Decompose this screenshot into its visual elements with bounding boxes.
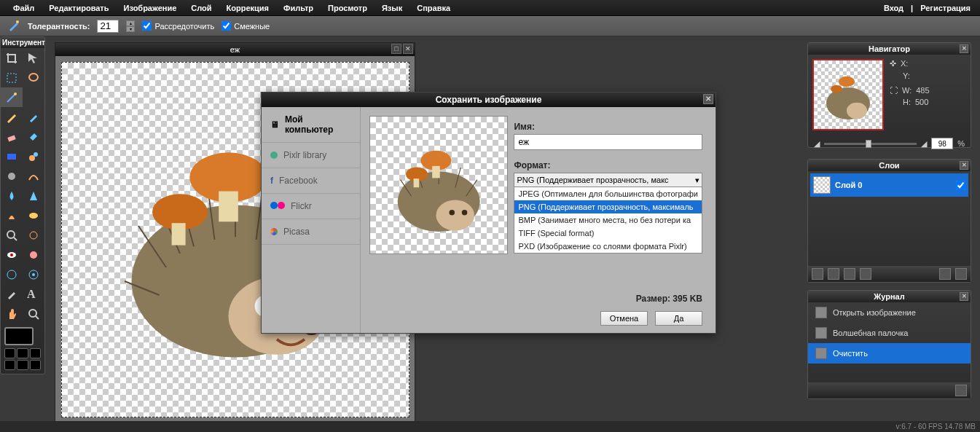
scatter-check[interactable]: Рассредоточить [142, 21, 214, 31]
hedgehog-image [819, 66, 877, 124]
eyedropper-tool-icon[interactable] [1, 284, 23, 304]
canvas-title[interactable]: еж □ ✕ [55, 43, 415, 56]
format-option-bmp[interactable]: BMP (Занимает много места, но без потери… [514, 213, 702, 227]
hand-tool-icon[interactable] [1, 304, 23, 323]
menu-layer[interactable]: Слой [184, 1, 219, 15]
clone-tool-icon[interactable] [23, 146, 44, 166]
navigator-thumbnail[interactable] [812, 59, 884, 130]
name-input[interactable] [514, 134, 702, 150]
eraser-tool-icon[interactable] [1, 127, 23, 146]
gradient-tool-icon[interactable] [1, 146, 23, 166]
scatter-checkbox[interactable] [142, 21, 152, 31]
menu-filter[interactable]: Фильтр [276, 1, 321, 15]
menu-adjust[interactable]: Коррекция [219, 1, 276, 15]
history-item-wand[interactable]: Волшебная палочка [808, 323, 971, 343]
maximize-icon[interactable]: □ [391, 44, 401, 54]
dest-my-computer[interactable]: 🖥Мой компьютер [262, 107, 360, 143]
brush-tool-icon[interactable] [23, 107, 44, 127]
marquee-tool-icon[interactable] [1, 68, 23, 87]
menu-image[interactable]: Изображение [117, 1, 184, 15]
dialog-titlebar[interactable]: Сохранить изображение ✕ [262, 93, 716, 107]
close-icon[interactable]: ✕ [403, 44, 413, 54]
adjacent-checkbox[interactable] [222, 21, 231, 31]
dest-picasa[interactable]: Picasa [262, 219, 360, 245]
menu-help[interactable]: Справка [409, 1, 458, 15]
history-item-open[interactable]: Открыть изображение [808, 302, 971, 323]
svg-point-2 [29, 74, 38, 81]
sponge-tool-icon[interactable] [23, 205, 44, 225]
swatch[interactable] [4, 348, 15, 358]
cancel-button[interactable]: Отмена [600, 311, 648, 326]
menubar-right: Вход | Регистрация [880, 1, 974, 15]
tolerance-stepper[interactable]: ▴▾ [126, 20, 135, 32]
lasso-tool-icon[interactable] [23, 68, 44, 87]
merge-down-icon[interactable] [860, 268, 871, 280]
redeye-tool-icon[interactable] [1, 245, 23, 264]
close-icon[interactable]: ✕ [960, 44, 968, 53]
format-option-tiff[interactable]: TIFF (Special format) [514, 227, 702, 240]
type-tool-icon[interactable]: A [23, 284, 44, 304]
close-icon[interactable]: ✕ [960, 292, 968, 301]
bloat-tool-icon[interactable] [1, 264, 23, 284]
spot-tool-icon[interactable] [23, 245, 44, 264]
zoom-out-icon[interactable]: ◢ [814, 139, 820, 149]
format-option-png[interactable]: PNG (Поддерживает прозрачность, максимал… [514, 200, 702, 213]
menu-edit[interactable]: Редактировать [42, 1, 116, 15]
register-link[interactable]: Регистрация [917, 1, 974, 15]
sharpen-tool-icon[interactable] [23, 186, 44, 205]
draw-tool-icon[interactable] [23, 166, 44, 186]
swatch[interactable] [4, 360, 15, 370]
zoom-in-icon[interactable]: ◢ [921, 139, 927, 149]
swatch[interactable] [30, 348, 41, 358]
slider-thumb[interactable] [866, 140, 871, 148]
smudge-tool-icon[interactable] [1, 205, 23, 225]
menu-file[interactable]: Файл [6, 1, 42, 15]
pencil-tool-icon[interactable] [1, 107, 23, 127]
history-item-clear[interactable]: Очистить [808, 343, 971, 364]
navigator-title[interactable]: Навигатор ✕ [808, 43, 971, 55]
format-dropdown: JPEG (Оптимален для большинства фотограф… [514, 186, 702, 254]
trash-icon[interactable] [955, 385, 967, 396]
dest-facebook[interactable]: fFacebook [262, 168, 360, 194]
adjacent-check[interactable]: Смежные [222, 21, 270, 31]
format-option-pxd[interactable]: PXD (Изображение со слоями формата Pixlr… [514, 240, 702, 253]
foreground-color[interactable] [4, 327, 34, 345]
move-tool-icon[interactable] [23, 48, 44, 68]
swatch[interactable] [17, 348, 28, 358]
menu-view[interactable]: Просмотр [321, 1, 375, 15]
close-icon[interactable]: ✕ [703, 94, 713, 104]
dodge-tool-icon[interactable] [23, 225, 44, 245]
replace-tool-icon[interactable] [1, 166, 23, 186]
zoom-input[interactable] [931, 138, 953, 149]
menu-lang[interactable]: Язык [375, 1, 409, 15]
mask-icon[interactable] [828, 268, 839, 280]
settings-icon[interactable] [939, 268, 951, 280]
magnify-tool-icon[interactable] [23, 304, 44, 323]
format-option-jpeg[interactable]: JPEG (Оптимален для большинства фотограф… [514, 187, 702, 200]
duplicate-icon[interactable] [844, 268, 855, 280]
layer-name[interactable]: Слой 0 [835, 181, 956, 189]
close-icon[interactable]: ✕ [960, 161, 968, 170]
tolerance-input[interactable] [97, 20, 119, 33]
login-link[interactable]: Вход [880, 1, 907, 15]
history-title[interactable]: Журнал ✕ [808, 291, 971, 302]
crop-tool-icon[interactable] [1, 48, 23, 68]
preview-column [361, 107, 510, 333]
ok-button[interactable]: Да [655, 311, 702, 326]
layers-title[interactable]: Слои ✕ [808, 160, 971, 171]
bucket-tool-icon[interactable] [23, 127, 44, 146]
dest-pixlr[interactable]: Pixlr library [262, 143, 360, 168]
trash-icon[interactable] [955, 268, 967, 280]
layer-row[interactable]: Слой 0 [810, 173, 968, 197]
blur-tool-icon[interactable] [1, 186, 23, 205]
wand-tool-icon[interactable] [1, 87, 23, 107]
pinch-tool-icon[interactable] [23, 264, 44, 284]
layer-visible-checkbox[interactable] [956, 181, 965, 190]
dest-flickr[interactable]: Flickr [262, 194, 360, 219]
swatch[interactable] [30, 360, 41, 370]
new-layer-icon[interactable] [812, 268, 823, 280]
format-select[interactable]: PNG (Поддерживает прозрачность, макс ▾ [514, 173, 702, 187]
zoom-tool-icon[interactable] [1, 225, 23, 245]
swatch[interactable] [17, 360, 28, 370]
zoom-slider[interactable] [824, 143, 917, 145]
